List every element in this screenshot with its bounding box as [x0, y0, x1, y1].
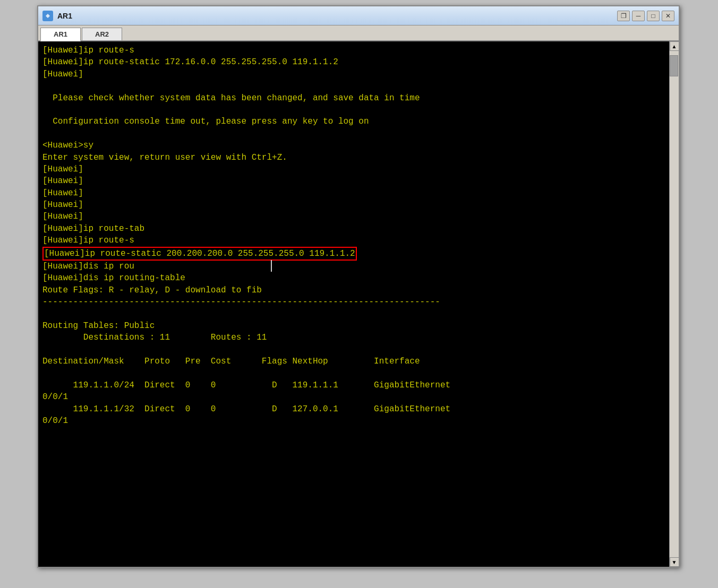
minimize-button[interactable]: ─ [632, 11, 645, 21]
scroll-up-button[interactable]: ▲ [670, 41, 679, 51]
window-controls: ❐ ─ □ ✕ [617, 11, 674, 21]
close-button[interactable]: ✕ [662, 11, 674, 21]
tab-ar2[interactable]: AR2 [82, 28, 122, 40]
main-window: AR1 ❐ ─ □ ✕ AR1 AR2 [Huawei]ip route-s [… [37, 5, 680, 568]
scroll-track[interactable] [670, 51, 679, 557]
tab-ar1[interactable]: AR1 [40, 28, 81, 41]
highlighted-command: [Huawei]ip route-static 200.200.200.0 25… [42, 247, 357, 261]
terminal-output[interactable]: [Huawei]ip route-s [Huawei]ip route-stat… [38, 41, 669, 567]
scrollbar: ▲ ▼ [669, 41, 679, 567]
app-icon [42, 11, 53, 21]
title-bar: AR1 ❐ ─ □ ✕ [38, 6, 679, 25]
maximize-button[interactable]: □ [647, 11, 660, 21]
tab-bar: AR1 AR2 [38, 25, 679, 41]
terminal-line-2: [Huawei]dis ip rou [Huawei]dis ip routin… [42, 262, 450, 426]
window-title: AR1 [57, 12, 72, 20]
scroll-thumb[interactable] [670, 55, 678, 76]
terminal-container: [Huawei]ip route-s [Huawei]ip route-stat… [38, 41, 679, 567]
title-bar-left: AR1 [42, 11, 72, 21]
restore-button[interactable]: ❐ [617, 11, 630, 21]
terminal-line-1: [Huawei]ip route-s [Huawei]ip route-stat… [42, 46, 420, 245]
scroll-down-button[interactable]: ▼ [670, 557, 679, 567]
